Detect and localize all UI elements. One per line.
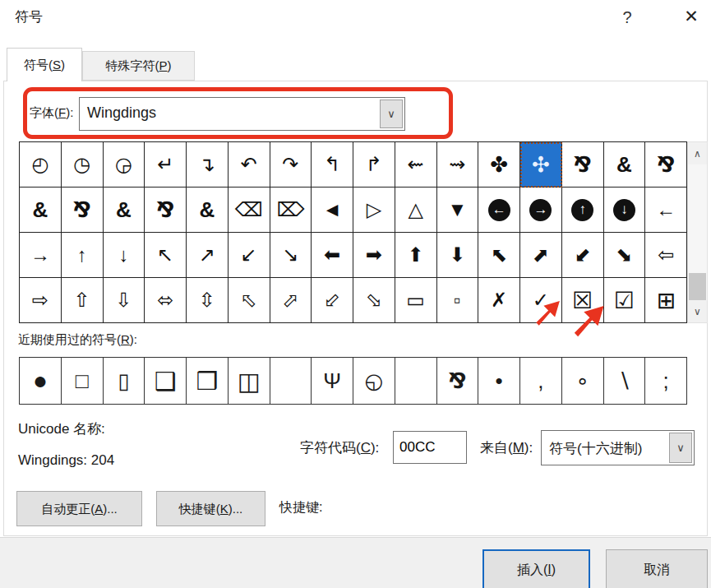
close-icon[interactable]: ✕	[677, 3, 705, 30]
symbol-cell[interactable]: ⇦	[645, 233, 687, 278]
symbol-cell[interactable]: ∘	[562, 358, 604, 405]
symbol-cell[interactable]: ✓	[520, 278, 562, 323]
symbol-cell[interactable]: ❑	[145, 358, 187, 405]
symbol-cell[interactable]: ↴	[187, 142, 229, 188]
symbol-cell[interactable]: ☒	[562, 278, 604, 323]
symbol-cell[interactable]: ⌦	[270, 188, 312, 233]
symbol-cell[interactable]: ⬉	[478, 233, 520, 278]
symbol-cell[interactable]: &	[604, 142, 646, 188]
symbol-cell[interactable]: •	[478, 358, 520, 405]
shortcut-key-button[interactable]: 快捷键(K)...	[156, 491, 265, 526]
scrollbar-thumb[interactable]	[689, 273, 706, 300]
symbol-cell[interactable]: ↰	[312, 142, 353, 188]
symbol-cell[interactable]: ↓	[104, 233, 145, 278]
symbol-cell[interactable]: ➡	[353, 233, 395, 278]
symbol-cell[interactable]: ↱	[353, 142, 395, 188]
symbol-cell[interactable]: ←	[645, 188, 687, 233]
symbol-cell[interactable]: ⬊	[604, 233, 646, 278]
symbol-cell[interactable]: ◶	[104, 142, 145, 188]
symbol-cell[interactable]: ⬂	[353, 278, 395, 323]
symbol-cell[interactable]: ⅋	[437, 358, 479, 405]
symbol-cell[interactable]: ▫	[437, 278, 479, 323]
symbol-glyph: ⬄	[157, 289, 173, 312]
symbol-cell[interactable]: ⇜	[395, 142, 437, 188]
symbol-cell[interactable]: ⇨	[20, 278, 62, 323]
symbol-cell[interactable]: ◴	[20, 142, 62, 188]
symbol-cell[interactable]: ⬈	[520, 233, 562, 278]
symbol-cell[interactable]: ▭	[395, 278, 437, 323]
symbol-cell[interactable]: ⅋	[62, 188, 104, 233]
symbol-glyph: ☒	[572, 287, 593, 314]
symbol-cell[interactable]: ↘	[270, 233, 312, 278]
symbol-cell[interactable]	[270, 358, 312, 405]
help-icon[interactable]: ?	[615, 5, 639, 30]
symbol-cell[interactable]: ▷	[353, 188, 395, 233]
symbol-cell[interactable]: ↵	[145, 142, 187, 188]
symbol-cell[interactable]: ↑	[62, 233, 104, 278]
scroll-down-icon[interactable]: ∨	[688, 300, 707, 322]
symbol-cell[interactable]: ↷	[270, 142, 312, 188]
symbol-cell[interactable]: ✗	[478, 278, 520, 323]
symbol-cell[interactable]: ✤	[478, 142, 520, 188]
symbol-cell[interactable]: ↶	[229, 142, 270, 188]
symbol-cell[interactable]: ⬇	[437, 233, 479, 278]
symbol-cell[interactable]: &	[187, 188, 229, 233]
symbol-cell[interactable]: ⇳	[187, 278, 229, 323]
symbol-cell[interactable]: □	[62, 358, 104, 405]
symbol-cell[interactable]: ,	[520, 358, 562, 405]
symbol-cell[interactable]: ⬁	[229, 278, 270, 323]
symbol-cell[interactable]: ⬀	[270, 278, 312, 323]
symbol-cell[interactable]: ⇝	[437, 142, 479, 188]
symbol-cell[interactable]: ◄	[312, 188, 353, 233]
symbol-cell[interactable]: ↓	[604, 188, 646, 233]
symbol-cell[interactable]: ▯	[104, 358, 145, 405]
symbol-cell[interactable]: ;	[645, 358, 687, 405]
symbol-cell[interactable]: ↗	[187, 233, 229, 278]
autocorrect-button[interactable]: 自动更正(A)...	[16, 491, 142, 526]
symbol-cell[interactable]: ⅋	[645, 142, 687, 188]
symbol-cell[interactable]: ▼	[437, 188, 479, 233]
symbol-cell[interactable]: ⬋	[562, 233, 604, 278]
scroll-up-icon[interactable]: ∧	[688, 142, 707, 164]
symbol-cell[interactable]: ⬅	[312, 233, 353, 278]
symbol-cell-selected[interactable]: ✣	[520, 142, 562, 188]
tab-symbols[interactable]: 符号(S)	[7, 48, 82, 81]
symbol-cell[interactable]: ⬆	[395, 233, 437, 278]
symbol-cell[interactable]	[395, 358, 437, 405]
symbol-cell[interactable]: ⅋	[562, 142, 604, 188]
symbol-cell[interactable]: →	[20, 233, 62, 278]
font-combobox[interactable]: Wingdings ∨	[79, 97, 405, 131]
symbol-cell[interactable]: ↖	[145, 233, 187, 278]
symbol-cell[interactable]: ⬄	[145, 278, 187, 323]
tab-special-characters[interactable]: 特殊字符(P)	[82, 51, 195, 81]
chevron-down-icon[interactable]: ∨	[669, 433, 692, 463]
symbol-cell[interactable]: ⇩	[104, 278, 145, 323]
symbol-cell[interactable]: ∖	[604, 358, 646, 405]
symbol-cell[interactable]: ↙	[229, 233, 270, 278]
chevron-down-icon[interactable]: ∨	[380, 100, 403, 128]
symbol-glyph: ▷	[367, 198, 381, 221]
symbol-grid-scrollbar[interactable]: ∧ ∨	[687, 141, 708, 323]
symbol-cell[interactable]: ◵	[353, 358, 395, 405]
symbol-cell[interactable]: ⇧	[62, 278, 104, 323]
symbol-cell[interactable]: ⅋	[145, 188, 187, 233]
from-combobox[interactable]: 符号(十六进制) ∨	[541, 430, 695, 465]
insert-button[interactable]: 插入(I)	[482, 549, 590, 588]
symbol-cell[interactable]: ↑	[562, 188, 604, 233]
symbol-cell[interactable]: →	[520, 188, 562, 233]
symbol-cell[interactable]: ●	[20, 358, 62, 405]
char-code-input[interactable]	[393, 431, 467, 464]
symbol-cell[interactable]: &	[20, 188, 62, 233]
symbol-cell[interactable]: ◷	[62, 142, 104, 188]
symbol-cell[interactable]: ❒	[187, 358, 229, 405]
cancel-button[interactable]: 取消	[606, 549, 708, 588]
symbol-cell[interactable]: ☑	[604, 278, 646, 323]
symbol-cell[interactable]: Ψ	[312, 358, 353, 405]
symbol-cell[interactable]: △	[395, 188, 437, 233]
symbol-cell[interactable]: ◫	[229, 358, 270, 405]
symbol-cell[interactable]: ⊞	[645, 278, 687, 323]
symbol-cell[interactable]: &	[104, 188, 145, 233]
symbol-cell[interactable]: ⌫	[229, 188, 270, 233]
symbol-cell[interactable]: ⬃	[312, 278, 353, 323]
symbol-cell[interactable]: ←	[478, 188, 520, 233]
